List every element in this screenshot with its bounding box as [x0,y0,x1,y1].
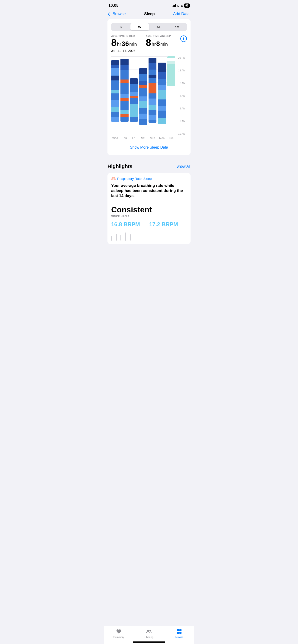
period-btn-w[interactable]: W [130,23,149,30]
show-more-button[interactable]: Show More Sleep Data [130,145,168,149]
sleep-chart: 10 PM 12 AM 2 AM 4 AM 6 AM 8 AM 10 AM We… [111,56,187,140]
y-label-2am: 2 AM [175,82,187,84]
status-bar: 10:05 LTE 93 [104,0,194,10]
period-btn-6m[interactable]: 6M [168,23,187,30]
add-data-button[interactable]: Add Data [173,12,190,16]
period-selector: D W M 6M [111,23,187,31]
bed-min-unit: min [129,42,137,47]
asleep-hr-unit: hr [152,42,156,47]
bed-minutes: 36 [122,40,129,47]
y-label-4am: 4 AM [175,94,187,97]
mini-bar-2 [116,234,117,241]
mini-bar-1 [111,236,112,241]
highlights-header: Highlights Show All [107,164,191,170]
bar-sun[interactable] [149,56,156,135]
highlight-category: 🫁 Respiratory Rate: Sleep [111,176,187,181]
nav-header: Browse Sleep Add Data [104,10,194,19]
highlight-status: Consistent [111,205,187,214]
back-button[interactable]: Browse [108,12,126,16]
chart-y-axis: 10 PM 12 AM 2 AM 4 AM 6 AM 8 AM 10 AM [175,56,187,135]
y-label-12am: 12 AM [175,69,187,72]
day-label-tue: Tue [167,136,175,140]
highlight-category-label: Respiratory Rate: Sleep [117,177,152,180]
battery-level: 93 [185,4,188,7]
asleep-minutes: 8 [156,40,160,47]
battery-indicator: 93 [184,4,190,8]
day-label-sat: Sat [139,136,147,140]
bed-hr-unit: hr [117,42,121,47]
avg-time-in-bed: AVG. TIME IN BED 8 hr 36 min [111,34,141,48]
highlights-title: Highlights [107,164,133,170]
avg-time-asleep: AVG. TIME ASLEEP 8 hr 8 min [146,34,176,48]
mini-bar-3 [120,235,121,241]
bar-mon[interactable] [158,56,166,135]
status-icons: LTE 93 [172,4,190,8]
main-content-card: D W M 6M AVG. TIME IN BED 8 hr 36 min AV… [107,19,191,155]
y-label-10pm: 10 PM [175,56,187,59]
status-time: 10:05 [108,3,118,8]
chart-bars-container [111,56,175,135]
y-label-6am: 6 AM [175,107,187,110]
y-label-8am: 8 AM [175,120,187,122]
bars-row [111,56,175,135]
highlight-divider [111,202,187,202]
show-more-section: Show More Sleep Data [111,142,187,152]
highlight-value-2: 17.2 BRPM [149,221,178,228]
bar-wed[interactable] [111,56,119,135]
bar-tue[interactable] [167,56,175,135]
mini-bar-4 [125,232,126,241]
respiratory-icon: 🫁 [111,176,116,181]
bar-thu[interactable] [120,56,128,135]
y-label-10am: 10 AM [175,132,187,135]
chart-area: 10 PM 12 AM 2 AM 4 AM 6 AM 8 AM 10 AM [111,56,187,135]
chevron-left-icon [108,12,111,16]
asleep-hours: 8 [146,38,151,48]
highlight-mini-chart [111,231,187,241]
highlight-description: Your average breathing rate while asleep… [111,183,187,198]
bed-hours: 8 [111,38,117,48]
highlights-section: Highlights Show All 🫁 Respiratory Rate: … [104,159,194,248]
highlight-card: 🫁 Respiratory Rate: Sleep Your average b… [107,173,191,244]
bar-sat[interactable] [139,56,147,135]
period-btn-d[interactable]: D [112,23,130,30]
page-title: Sleep [144,12,155,16]
highlight-since: SINCE JAN 4 [111,215,187,218]
date-range: Jan 11–17, 2023 [111,49,187,52]
day-label-mon: Mon [158,136,166,140]
signal-icon [172,4,176,7]
show-all-button[interactable]: Show All [176,164,191,168]
highlight-value-1: 16.8 BRPM [111,221,140,228]
day-label-sun: Sun [149,136,156,140]
bar-fri[interactable] [130,56,138,135]
highlight-values: 16.8 BRPM 17.2 BRPM [111,221,187,228]
asleep-min-unit: min [160,42,168,47]
day-label-thu: Thu [120,136,128,140]
mini-bar-5 [130,234,131,241]
period-btn-m[interactable]: M [149,23,168,30]
avg-time-bed-value: 8 hr 36 min [111,38,141,48]
lte-label: LTE [177,4,183,8]
day-label-wed: Wed [111,136,119,140]
chart-day-labels: Wed Thu Fri Sat Sun Mon Tue [111,136,187,140]
avg-time-asleep-value: 8 hr 8 min [146,38,176,48]
stats-row: AVG. TIME IN BED 8 hr 36 min AVG. TIME A… [111,34,187,48]
info-button[interactable]: i [180,36,187,42]
back-label: Browse [113,12,126,16]
day-label-fri: Fri [130,136,138,140]
